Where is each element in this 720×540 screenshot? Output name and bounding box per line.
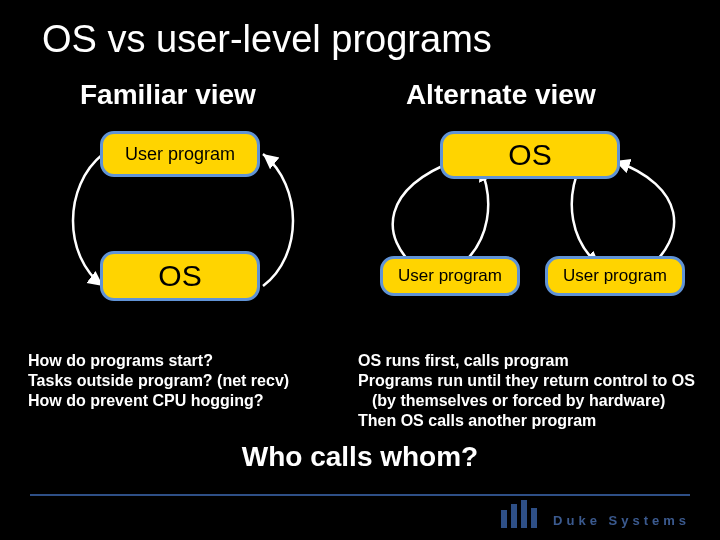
note-line: (by themselves or forced by hardware) xyxy=(358,391,698,411)
note-line: Tasks outside program? (net recv) xyxy=(28,371,348,391)
box-user-program-right-1: User program xyxy=(380,256,520,296)
svg-rect-1 xyxy=(511,504,517,528)
column-headers: Familiar view Alternate view xyxy=(0,79,720,111)
box-label: User program xyxy=(125,144,235,165)
col-header-right: Alternate view xyxy=(406,79,596,111)
box-label: User program xyxy=(563,266,667,286)
svg-rect-3 xyxy=(531,508,537,528)
box-os-left: OS xyxy=(100,251,260,301)
note-line: How do prevent CPU hogging? xyxy=(28,391,348,411)
svg-rect-2 xyxy=(521,500,527,528)
note-line: Then OS calls another program xyxy=(358,411,698,431)
svg-rect-0 xyxy=(501,510,507,528)
box-label: User program xyxy=(398,266,502,286)
notes-row: How do programs start? Tasks outside pro… xyxy=(0,351,720,431)
page-title: OS vs user-level programs xyxy=(0,0,720,61)
box-label: OS xyxy=(158,259,201,293)
box-label: OS xyxy=(508,138,551,172)
col-header-left: Familiar view xyxy=(80,79,256,111)
closing-question: Who calls whom? xyxy=(0,441,720,473)
note-line: OS runs first, calls program xyxy=(358,351,698,371)
footer-rule xyxy=(30,494,690,496)
box-user-program-left: User program xyxy=(100,131,260,177)
notes-left: How do programs start? Tasks outside pro… xyxy=(28,351,348,431)
notes-right: OS runs first, calls program Programs ru… xyxy=(358,351,698,431)
note-line: Programs run until they return control t… xyxy=(358,371,698,391)
box-os-right: OS xyxy=(440,131,620,179)
brand: Duke Systems xyxy=(499,500,690,528)
box-user-program-right-2: User program xyxy=(545,256,685,296)
brand-name: Duke Systems xyxy=(553,513,690,528)
diagram-area: User program OS xyxy=(0,111,720,351)
towers-icon xyxy=(499,500,543,528)
note-line: How do programs start? xyxy=(28,351,348,371)
